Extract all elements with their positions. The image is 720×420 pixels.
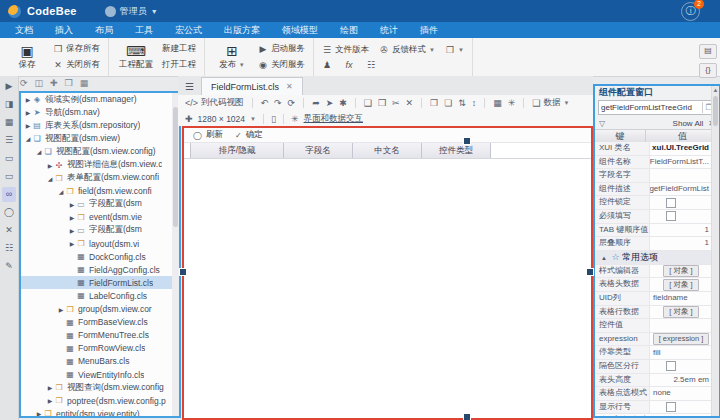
- panel-icon[interactable]: ◨: [2, 97, 16, 112]
- property-row[interactable]: 停靠类型fill: [595, 346, 712, 360]
- sort-asc-icon[interactable]: ⇅: [458, 98, 466, 108]
- property-row[interactable]: 控件值: [595, 319, 712, 333]
- property-value[interactable]: [ 对象 ]: [650, 278, 712, 291]
- checkbox[interactable]: [666, 361, 676, 371]
- menu-tab-7[interactable]: 领域模型: [271, 22, 329, 38]
- inspector-scrollbar[interactable]: ▲: [711, 86, 719, 416]
- property-row[interactable]: 层叠顺序1: [595, 237, 712, 251]
- menu-tab-3[interactable]: 布局: [84, 22, 124, 38]
- treegrid-column-header[interactable]: 中文名: [352, 143, 422, 158]
- tree-item[interactable]: ◢❏视图配置(dsm.view.config): [21, 145, 179, 158]
- scrollbar-thumb[interactable]: [713, 96, 718, 126]
- collapsed-arrow-icon[interactable]: ▶: [68, 227, 76, 234]
- tree-item[interactable]: ◢❒field(dsm.view.confi: [21, 185, 179, 198]
- tree-item[interactable]: ▶❒entity(dsm.view.entity): [21, 407, 179, 418]
- tree-item[interactable]: ▦LabelConfig.cls: [21, 289, 179, 302]
- property-row[interactable]: 表头高度2.5em em: [595, 374, 712, 388]
- json-view-button[interactable]: {}: [699, 63, 717, 78]
- tree-item[interactable]: ▶❒poptree(dsm.view.config.p: [21, 394, 179, 407]
- tree-item[interactable]: ▶✣视图详细信息(dsm.view.c: [21, 158, 179, 171]
- person-icon[interactable]: ♟: [322, 60, 332, 70]
- edit-icon[interactable]: ✎: [2, 259, 16, 274]
- property-value[interactable]: fieldname: [650, 292, 712, 305]
- property-row[interactable]: 表格点选模式none: [595, 387, 712, 401]
- archive-icon[interactable]: ▭: [2, 169, 16, 184]
- translate-button[interactable]: ❐ ▼: [445, 44, 464, 56]
- show-all-button[interactable]: Show All: [673, 119, 704, 128]
- redo-icon[interactable]: ↷: [274, 98, 282, 108]
- property-row[interactable]: 表格行数据[ 对象 ]: [595, 306, 712, 320]
- property-row[interactable]: 样式编辑器[ 对象 ]: [595, 265, 712, 279]
- property-value[interactable]: [650, 210, 712, 223]
- collapsed-arrow-icon[interactable]: ▶: [24, 96, 32, 103]
- property-row[interactable]: UID列fieldname: [595, 292, 712, 306]
- paste-icon[interactable]: ❏: [444, 98, 452, 108]
- send-icon[interactable]: ➤: [326, 98, 334, 108]
- list-icon[interactable]: ☰: [2, 133, 16, 148]
- new-doc-icon[interactable]: ❑: [364, 98, 372, 108]
- property-row[interactable]: 显示行号: [595, 401, 712, 415]
- event-property-label[interactable]: 当>鼠标点击--: [595, 414, 655, 416]
- collapsed-arrow-icon[interactable]: ▶: [68, 201, 76, 208]
- file-version-button[interactable]: ☰ 文件版本: [322, 44, 369, 56]
- hamburger-icon[interactable]: ☰: [178, 81, 201, 95]
- tree-item[interactable]: ▶▤库表关系(dsm.repository): [21, 119, 179, 132]
- property-value[interactable]: 2.5em em: [650, 374, 712, 387]
- selection-handle-right[interactable]: [586, 268, 594, 276]
- object-editor-button[interactable]: [ expression ]: [653, 333, 710, 345]
- property-value[interactable]: 1: [650, 224, 712, 237]
- menu-tab-1[interactable]: 文档: [4, 22, 44, 38]
- property-value[interactable]: [650, 319, 712, 332]
- collapsed-arrow-icon[interactable]: ▶: [57, 306, 65, 313]
- property-row[interactable]: XUI 类名xui.UI.TreeGrid: [595, 142, 712, 156]
- open-project-button[interactable]: 打开工程: [162, 59, 196, 71]
- property-value[interactable]: 1: [650, 237, 712, 250]
- property-row[interactable]: 组件描述getFieldFormList: [595, 183, 712, 197]
- object-editor-button[interactable]: [ 对象 ]: [663, 306, 698, 318]
- tab-close-icon[interactable]: ✕: [286, 82, 293, 91]
- property-value[interactable]: xui.UI.TreeGrid: [650, 142, 712, 155]
- expanded-arrow-icon[interactable]: ◢: [35, 148, 43, 155]
- selection-handle-top[interactable]: [463, 137, 471, 145]
- folder-icon[interactable]: ❒: [65, 78, 73, 90]
- menu-tab-5[interactable]: 宏公式: [164, 22, 213, 38]
- new-project-button[interactable]: 新建工程: [162, 43, 196, 55]
- expanded-arrow-icon[interactable]: ◢: [46, 175, 54, 182]
- menu-tab-6[interactable]: 出版方案: [213, 22, 271, 38]
- globe-icon[interactable]: ◯: [2, 205, 16, 220]
- filter-icon[interactable]: ▽: [599, 119, 605, 128]
- property-row[interactable]: 当>鼠标点击--: [595, 414, 712, 416]
- grid-icon[interactable]: ▦: [80, 78, 89, 90]
- object-editor-button[interactable]: [ 对象 ]: [663, 265, 698, 277]
- selection-handle-bottom[interactable]: [463, 413, 471, 420]
- formula-button[interactable]: fx: [344, 60, 354, 70]
- component-name-input[interactable]: [599, 103, 702, 112]
- publish-button[interactable]: ⊞ 发布 ▼: [213, 43, 251, 71]
- user-menu[interactable]: 管理员 ▼: [105, 5, 158, 18]
- property-row[interactable]: 组件名称getFieldFormListT...: [595, 156, 712, 170]
- tree-item[interactable]: ▦FormRowView.cls: [21, 342, 179, 355]
- close-tool-icon[interactable]: ✕: [2, 223, 16, 238]
- property-value[interactable]: [ 对象 ]: [650, 306, 712, 319]
- export-icon[interactable]: ➦: [312, 98, 320, 108]
- property-row[interactable]: expression[ expression ]: [595, 333, 712, 347]
- tree-item[interactable]: ▶▭字段配置(dsm: [21, 198, 179, 211]
- collapsed-arrow-icon[interactable]: ▶: [46, 162, 54, 169]
- explorer-scrollbar[interactable]: [172, 93, 179, 416]
- grid-icon[interactable]: ▦: [493, 98, 502, 108]
- checkbox[interactable]: [666, 198, 676, 208]
- collapsed-arrow-icon[interactable]: ▶: [24, 109, 32, 116]
- copy-icon[interactable]: ❐: [430, 98, 438, 108]
- collapsed-arrow-icon[interactable]: ▶: [46, 397, 54, 404]
- checkbox[interactable]: [666, 211, 676, 221]
- tree-item[interactable]: ▦FieldAggConfig.cls: [21, 263, 179, 276]
- tree-item[interactable]: ▶◈领域实例(dsm.manager): [21, 93, 179, 106]
- property-value[interactable]: [650, 360, 712, 373]
- menu-tab-9[interactable]: 统计: [369, 22, 409, 38]
- property-value[interactable]: fill: [650, 346, 712, 359]
- object-editor-button[interactable]: [ 对象 ]: [663, 279, 698, 291]
- design-canvas[interactable]: ◯ 刷新 ✓ 确定 排序/隐藏字段名中文名控件类型: [182, 126, 593, 420]
- panel-icon[interactable]: ◫: [35, 78, 44, 90]
- treegrid-column-header[interactable]: 字段名: [283, 143, 353, 158]
- tree-item[interactable]: ▶▭字段配置(dsm: [21, 224, 179, 237]
